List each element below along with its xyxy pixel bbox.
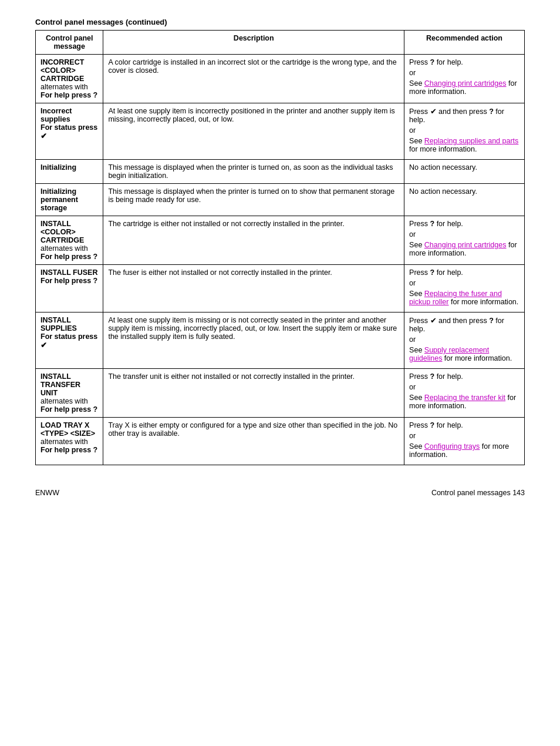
- action-text: for more information.: [409, 145, 477, 153]
- description-cell: At least one supply item is incorrectly …: [103, 103, 404, 160]
- message-part: For status press ✔: [41, 123, 97, 140]
- action-link[interactable]: Changing print cartridges: [424, 241, 507, 249]
- message-part: alternates with: [41, 397, 88, 405]
- description-cell: Tray X is either empty or configured for…: [103, 418, 404, 465]
- action-cell: Press ✔ and then press ? for help.orSee …: [404, 103, 525, 160]
- action-text: See: [409, 79, 424, 88]
- message-part: For status press ✔: [41, 332, 97, 350]
- action-cell: No action necessary.: [404, 184, 525, 216]
- message-part: INCORRECT <COLOR>: [41, 58, 84, 75]
- control-panel-table: Control panel message Description Recomm…: [35, 30, 525, 465]
- message-cell: Incorrect suppliesFor status press ✔: [36, 103, 103, 160]
- col-header-action: Recommended action: [404, 31, 525, 55]
- action-text: See: [409, 346, 424, 354]
- action-text: Press: [409, 421, 430, 429]
- col-header-message: Control panel message: [36, 31, 103, 55]
- message-cell: Initializingpermanent storage: [36, 184, 103, 216]
- action-text: ?: [489, 317, 494, 325]
- description-cell: The transfer unit is either not installe…: [103, 369, 404, 418]
- message-part: Incorrect supplies: [41, 107, 72, 123]
- action-text: for help.: [434, 372, 463, 381]
- action-text: for help.: [434, 58, 463, 66]
- table-row: INSTALL <COLOR>CARTRIDGEalternates withF…: [36, 216, 525, 265]
- message-cell: LOAD TRAY X<TYPE> <SIZE>alternates withF…: [36, 418, 103, 465]
- action-cell: Press ? for help.orSee Configuring trays…: [404, 418, 525, 465]
- action-or: or: [409, 279, 519, 287]
- message-cell: INSTALL TRANSFERUNITalternates withFor h…: [36, 369, 103, 418]
- table-header-row: Control panel message Description Recomm…: [36, 31, 525, 55]
- action-cell: Press ✔ and then press ? for help.orSee …: [404, 312, 525, 369]
- message-part: For help press ?: [41, 405, 97, 414]
- table-row: INSTALL FUSERFor help press ?The fuser i…: [36, 265, 525, 312]
- action-link[interactable]: Changing print cartridges: [424, 79, 507, 88]
- action-text: See: [409, 290, 424, 298]
- message-part: LOAD TRAY X: [41, 421, 89, 429]
- table-row: INSTALL SUPPLIESFor status press ✔At lea…: [36, 312, 525, 369]
- message-part: alternates with: [41, 83, 88, 91]
- action-text: Press: [409, 220, 430, 228]
- message-part: Initializing: [41, 187, 76, 196]
- action-link[interactable]: Configuring trays: [424, 442, 480, 451]
- message-part: For help press ?: [41, 446, 97, 454]
- description-cell: This message is displayed when the print…: [103, 184, 404, 216]
- message-part: permanent storage: [41, 196, 78, 212]
- message-part: For help press ?: [41, 253, 97, 261]
- page-heading: Control panel messages (continued): [35, 18, 525, 26]
- action-cell: Press ? for help.orSee Changing print ca…: [404, 216, 525, 265]
- message-part: Initializing: [41, 163, 76, 172]
- message-part: alternates with: [41, 438, 88, 446]
- description-cell: This message is displayed when the print…: [103, 160, 404, 184]
- action-text: for help.: [434, 268, 463, 277]
- message-part: INSTALL SUPPLIES: [41, 316, 77, 332]
- description-cell: At least one supply item is missing or i…: [103, 312, 404, 369]
- action-or: or: [409, 335, 519, 344]
- description-cell: A color cartridge is installed in an inc…: [103, 55, 404, 103]
- message-part: For help press ?: [41, 277, 97, 285]
- message-part: INSTALL FUSER: [41, 268, 97, 277]
- message-cell: INCORRECT <COLOR>CARTRIDGEalternates wit…: [36, 55, 103, 103]
- message-cell: INSTALL SUPPLIESFor status press ✔: [36, 312, 103, 369]
- message-cell: Initializing: [36, 160, 103, 184]
- description-cell: The cartridge is either not installed or…: [103, 216, 404, 265]
- action-text: See: [409, 394, 424, 402]
- action-text: for more information.: [442, 354, 512, 362]
- message-cell: INSTALL <COLOR>CARTRIDGEalternates withF…: [36, 216, 103, 265]
- message-part: <TYPE> <SIZE>: [41, 429, 95, 438]
- action-text: See: [409, 442, 424, 451]
- action-link[interactable]: Replacing the transfer kit: [424, 394, 505, 402]
- action-or: or: [409, 383, 519, 391]
- action-or: or: [409, 126, 519, 135]
- action-or: or: [409, 69, 519, 77]
- table-row: INSTALL TRANSFERUNITalternates withFor h…: [36, 369, 525, 418]
- action-text: for more information.: [448, 298, 518, 306]
- action-text: Press: [409, 268, 430, 277]
- action-or: or: [409, 230, 519, 238]
- action-text: ?: [489, 107, 494, 116]
- table-row: Initializingpermanent storageThis messag…: [36, 184, 525, 216]
- action-or: or: [409, 432, 519, 440]
- action-text: See: [409, 137, 424, 145]
- message-part: INSTALL <COLOR>: [41, 220, 76, 236]
- footer-right: Control panel messages 143: [431, 489, 525, 497]
- action-cell: Press ? for help.orSee Changing print ca…: [404, 55, 525, 103]
- action-text: Press: [409, 58, 430, 66]
- action-text: Press ✔ and then press: [409, 317, 489, 325]
- page-footer: ENWW Control panel messages 143: [35, 489, 525, 497]
- message-part: For help press ?: [41, 91, 97, 99]
- table-row: InitializingThis message is displayed wh…: [36, 160, 525, 184]
- message-part: INSTALL TRANSFER: [41, 372, 80, 389]
- message-cell: INSTALL FUSERFor help press ?: [36, 265, 103, 312]
- action-text: No action necessary.: [409, 163, 477, 172]
- message-part: UNIT: [41, 389, 58, 397]
- action-text: Press: [409, 372, 430, 381]
- col-header-description: Description: [103, 31, 404, 55]
- message-part: CARTRIDGE: [41, 75, 84, 83]
- action-cell: Press ? for help.orSee Replacing the fus…: [404, 265, 525, 312]
- action-text: for help.: [434, 220, 463, 228]
- message-part: CARTRIDGE: [41, 236, 84, 244]
- action-cell: Press ? for help.orSee Replacing the tra…: [404, 369, 525, 418]
- action-text: for help.: [434, 421, 463, 429]
- table-row: INCORRECT <COLOR>CARTRIDGEalternates wit…: [36, 55, 525, 103]
- action-cell: No action necessary.: [404, 160, 525, 184]
- action-link[interactable]: Replacing supplies and parts: [424, 137, 519, 145]
